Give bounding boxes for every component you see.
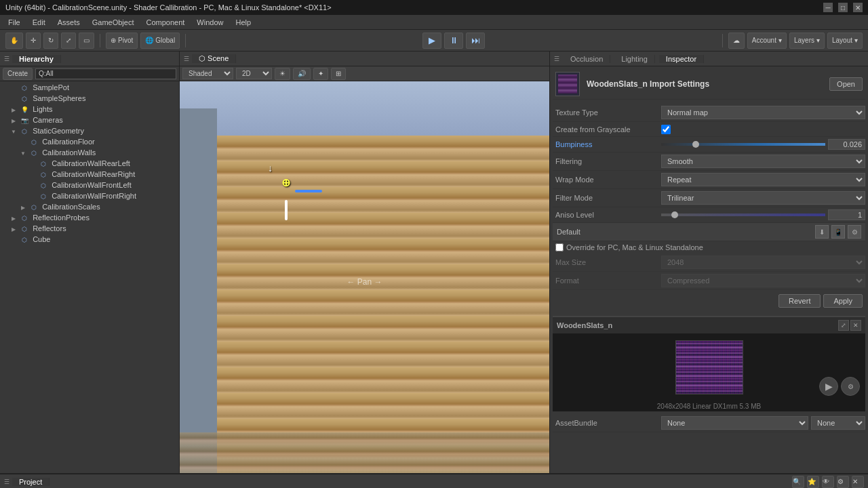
aniso-level-value xyxy=(661,209,865,220)
project-search-button[interactable]: 🔍 xyxy=(792,476,804,488)
toolbar-separator-2 xyxy=(185,34,186,47)
minimize-button[interactable]: ─ xyxy=(823,3,833,12)
hierarchy-item-calibrationwalls[interactable]: ▼ ⬡ CalibrationWalls xyxy=(0,148,179,159)
asset-bundle-label: AssetBundle xyxy=(553,419,661,427)
project-settings-icon[interactable]: ⚙ xyxy=(837,476,849,488)
bumpiness-input[interactable] xyxy=(828,139,865,150)
hierarchy-create-button[interactable]: Create xyxy=(3,68,33,80)
shading-mode-dropdown[interactable]: Shaded xyxy=(182,68,233,79)
menu-assets[interactable]: Assets xyxy=(52,17,85,28)
open-button[interactable]: Open xyxy=(829,77,863,91)
hierarchy-item-samplepot[interactable]: ⬡ SamplePot xyxy=(0,83,179,94)
override-checkbox[interactable] xyxy=(555,243,564,251)
audio-toggle[interactable]: 🔊 xyxy=(293,68,311,80)
toolbar-translate-tool[interactable]: ✛ xyxy=(26,33,41,49)
occlusion-tab[interactable]: Occlusion xyxy=(564,55,610,63)
menu-edit[interactable]: Edit xyxy=(27,17,51,28)
project-eye-button[interactable]: 👁 xyxy=(822,476,834,488)
global-button[interactable]: 🌐 Global xyxy=(140,33,180,49)
menu-gameobject[interactable]: GameObject xyxy=(87,17,140,28)
aniso-input[interactable] xyxy=(828,209,865,220)
step-button[interactable]: ⏭ xyxy=(466,33,485,49)
hierarchy-item-calibrationfloor[interactable]: ⬡ CalibrationFloor xyxy=(0,137,179,148)
lighting-toggle[interactable]: ☀ xyxy=(275,68,290,80)
max-size-label: Max Size xyxy=(553,258,661,266)
hierarchy-item-staticgeometry[interactable]: ▼ ⬡ StaticGeometry xyxy=(0,126,179,137)
menu-file[interactable]: File xyxy=(3,17,26,28)
hierarchy-item-cube[interactable]: ⬡ Cube xyxy=(0,235,179,245)
menu-help[interactable]: Help xyxy=(230,17,256,28)
create-grayscale-checkbox[interactable] xyxy=(661,125,671,134)
default-label: Default xyxy=(557,228,580,236)
toolbar-hand-tool[interactable]: ✋ xyxy=(5,33,23,49)
menu-window[interactable]: Window xyxy=(191,17,229,28)
close-icon[interactable]: ✕ xyxy=(850,320,861,331)
mobile-icon[interactable]: 📱 xyxy=(831,225,845,239)
pivot-button[interactable]: ⊕ Pivot xyxy=(106,33,138,49)
lighting-tab[interactable]: Lighting xyxy=(614,55,655,63)
settings-icon[interactable]: ⚙ xyxy=(848,225,861,239)
effects-toggle[interactable]: ✦ xyxy=(313,68,328,80)
gameobject-icon: ⬡ xyxy=(20,224,29,234)
max-size-row: Max Size 2048 xyxy=(553,253,865,272)
apply-button[interactable]: Apply xyxy=(823,294,863,308)
texture-info: 2048x2048 Linear DX1mm 5.3 MB xyxy=(553,401,865,411)
texture-type-dropdown[interactable]: Normal map xyxy=(661,106,865,119)
scene-panel: ☰ ⬡ Scene Shaded 2D ☀ 🔊 ✦ ⊞ xyxy=(180,52,549,473)
hierarchy-item-reflectionprobes[interactable]: ▶ ⬡ ReflectionProbes xyxy=(0,213,179,224)
hierarchy-item-wallfrontright[interactable]: ⬡ CalibrationWallFrontRight xyxy=(0,191,179,202)
pause-button[interactable]: ⏸ xyxy=(444,33,463,49)
texture-nav: ▶ ⚙ xyxy=(819,377,860,396)
aniso-slider[interactable] xyxy=(661,214,825,216)
hierarchy-item-wallfrontleft[interactable]: ⬡ CalibrationWallFrontLeft xyxy=(0,180,179,191)
menu-component[interactable]: Component xyxy=(140,17,190,28)
expand-icon[interactable]: ⤢ xyxy=(838,320,849,331)
scene-tab[interactable]: ⬡ Scene xyxy=(192,54,236,63)
texture-settings-icon[interactable]: ⚙ xyxy=(841,377,860,396)
texture-play-button[interactable]: ▶ xyxy=(819,377,838,396)
project-tab[interactable]: Project xyxy=(12,478,50,486)
filtering-value: Smooth xyxy=(661,155,865,168)
revert-button[interactable]: Revert xyxy=(778,294,821,308)
toolbar-rect-tool[interactable]: ▭ xyxy=(79,33,94,49)
arrow-icon: ▶ xyxy=(9,118,18,124)
filtering-dropdown[interactable]: Smooth xyxy=(661,155,865,168)
hierarchy-item-wallrearleft[interactable]: ⬡ CalibrationWallRearLeft xyxy=(0,159,179,169)
layout-button[interactable]: Layout ▾ xyxy=(827,33,863,49)
hierarchy-item-lights[interactable]: ▶ 💡 Lights xyxy=(0,104,179,115)
scene-viewport[interactable]: ↓ ⊕ ← Pan → xyxy=(180,81,549,473)
toolbar-rotate-tool[interactable]: ↻ xyxy=(43,33,58,49)
maximize-button[interactable]: □ xyxy=(838,3,848,12)
toolbar-scale-tool[interactable]: ⤢ xyxy=(61,33,76,49)
hierarchy-tab[interactable]: Hierarchy xyxy=(12,55,61,63)
project-favorite-button[interactable]: ⭐ xyxy=(807,476,819,488)
hierarchy-toolbar: Create xyxy=(0,66,179,81)
bumpiness-slider[interactable] xyxy=(661,143,825,146)
main-area: ☰ Hierarchy Create ⬡ SamplePot ⬡ SampleS… xyxy=(0,52,868,473)
hierarchy-item-cameras[interactable]: ▶ 📷 Cameras xyxy=(0,115,179,126)
wrap-mode-dropdown[interactable]: Repeat xyxy=(661,173,865,186)
render-mode-dropdown[interactable]: 2D xyxy=(236,68,272,79)
hierarchy-item-samplespheres[interactable]: ⬡ SampleSpheres xyxy=(0,94,179,104)
hierarchy-item-reflectors[interactable]: ▶ ⬡ Reflectors xyxy=(0,224,179,235)
account-button[interactable]: Account ▾ xyxy=(747,33,787,49)
arrow-icon: ▶ xyxy=(19,205,27,211)
cloud-button[interactable]: ☁ xyxy=(728,33,745,49)
gizmos-toggle[interactable]: ⊞ xyxy=(331,68,346,80)
hierarchy-item-wallrearright[interactable]: ⬡ CalibrationWallRearRight xyxy=(0,169,179,180)
gameobject-icon: ⬡ xyxy=(29,138,39,147)
lights-icon: 💡 xyxy=(20,105,29,115)
asset-bundle-dropdown[interactable]: None xyxy=(661,416,808,430)
titlebar-title: Unity (64bit) - CalibrationScene.unity -… xyxy=(5,3,332,12)
inspector-tab[interactable]: Inspector xyxy=(659,55,704,63)
close-button[interactable]: ✕ xyxy=(853,3,863,12)
hierarchy-item-calibrationscales[interactable]: ▶ ⬡ CalibrationScales xyxy=(0,202,179,213)
layers-button[interactable]: Layers ▾ xyxy=(789,33,825,49)
asset-bundle-variant-dropdown[interactable]: None xyxy=(811,416,865,430)
arrow-icon: ▶ xyxy=(9,226,18,232)
hierarchy-search-input[interactable] xyxy=(35,68,176,79)
play-button[interactable]: ▶ xyxy=(422,33,441,49)
filter-mode-dropdown[interactable]: Trilinear xyxy=(661,191,865,205)
download-icon[interactable]: ⬇ xyxy=(815,225,829,239)
project-close-button[interactable]: ✕ xyxy=(852,476,864,488)
